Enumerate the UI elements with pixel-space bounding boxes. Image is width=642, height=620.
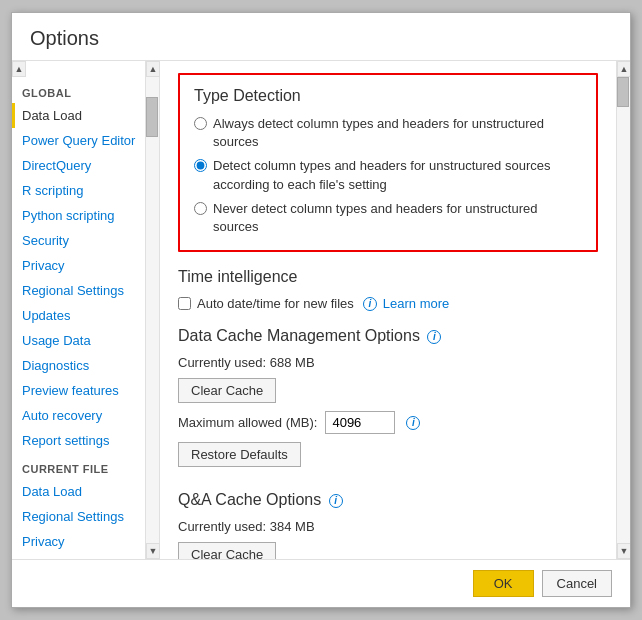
radio-always[interactable] xyxy=(194,117,207,130)
data-cache-used: Currently used: 688 MB xyxy=(178,355,598,370)
sidebar-item-cf-data-load[interactable]: Data Load xyxy=(12,479,145,504)
options-dialog: Options ▲ GLOBAL Data Load Power Query E… xyxy=(11,12,631,608)
sidebar-scroll-up[interactable]: ▲ xyxy=(12,61,26,77)
type-detection-section: Type Detection Always detect column type… xyxy=(178,73,598,252)
type-detection-options: Always detect column types and headers f… xyxy=(194,115,582,236)
sidebar-item-data-load[interactable]: Data Load xyxy=(12,103,145,128)
type-detection-option-per-file[interactable]: Detect column types and headers for unst… xyxy=(194,157,582,193)
ok-button[interactable]: OK xyxy=(473,570,534,597)
time-intelligence-section: Time intelligence Auto date/time for new… xyxy=(178,268,598,311)
auto-datetime-row: Auto date/time for new files i Learn mor… xyxy=(178,296,598,311)
dialog-footer: OK Cancel xyxy=(12,559,630,607)
auto-datetime-checkbox[interactable] xyxy=(178,297,191,310)
data-cache-clear-button[interactable]: Clear Cache xyxy=(178,378,276,403)
sidebar-item-cf-privacy[interactable]: Privacy xyxy=(12,529,145,554)
sidebar-sb-up[interactable]: ▲ xyxy=(146,61,160,77)
qa-cache-title: Q&A Cache Options i xyxy=(178,491,598,509)
data-cache-info-icon: i xyxy=(427,330,441,344)
auto-datetime-label: Auto date/time for new files xyxy=(197,296,354,311)
data-cache-title: Data Cache Management Options i xyxy=(178,327,598,345)
learn-more-link[interactable]: Learn more xyxy=(383,296,449,311)
sidebar-item-usage-data[interactable]: Usage Data xyxy=(12,328,145,353)
sidebar-scroll-thumb[interactable] xyxy=(146,97,158,137)
qa-cache-section: Q&A Cache Options i Currently used: 384 … xyxy=(178,491,598,559)
qa-cache-clear-button[interactable]: Clear Cache xyxy=(178,542,276,559)
main-sb-up[interactable]: ▲ xyxy=(617,61,630,77)
main-sb-down[interactable]: ▼ xyxy=(617,543,630,559)
main-wrapper: Type Detection Always detect column type… xyxy=(160,61,630,559)
data-cache-max-row: Maximum allowed (MB): i xyxy=(178,411,598,434)
time-intelligence-title: Time intelligence xyxy=(178,268,598,286)
type-detection-option-never[interactable]: Never detect column types and headers fo… xyxy=(194,200,582,236)
sidebar-item-cf-regional-settings[interactable]: Regional Settings xyxy=(12,504,145,529)
sidebar-sb-down[interactable]: ▼ xyxy=(146,543,160,559)
cancel-button[interactable]: Cancel xyxy=(542,570,612,597)
data-cache-restore-button[interactable]: Restore Defaults xyxy=(178,442,301,467)
sidebar-item-security[interactable]: Security xyxy=(12,228,145,253)
dialog-title: Options xyxy=(12,13,630,61)
sidebar-item-power-query-editor[interactable]: Power Query Editor xyxy=(12,128,145,153)
type-detection-title: Type Detection xyxy=(194,87,582,105)
data-cache-max-info-icon: i xyxy=(406,416,420,430)
radio-per-file[interactable] xyxy=(194,159,207,172)
sidebar-item-auto-recovery[interactable]: Auto recovery xyxy=(12,403,145,428)
current-file-section-label: CURRENT FILE xyxy=(12,453,145,479)
main-content: Type Detection Always detect column type… xyxy=(160,61,616,559)
main-scroll-thumb[interactable] xyxy=(617,77,629,107)
sidebar-item-cf-auto-recovery[interactable]: Auto recovery xyxy=(12,554,145,559)
auto-datetime-info-icon: i xyxy=(363,297,377,311)
sidebar-item-python-scripting[interactable]: Python scripting xyxy=(12,203,145,228)
global-section-label: GLOBAL xyxy=(12,77,145,103)
sidebar-scrollbar: ▲ ▼ xyxy=(145,61,159,559)
data-cache-max-input[interactable] xyxy=(325,411,395,434)
radio-never[interactable] xyxy=(194,202,207,215)
qa-cache-used: Currently used: 384 MB xyxy=(178,519,598,534)
sidebar-item-regional-settings[interactable]: Regional Settings xyxy=(12,278,145,303)
main-scrollbar: ▲ ▼ xyxy=(616,61,630,559)
sidebar-item-r-scripting[interactable]: R scripting xyxy=(12,178,145,203)
qa-cache-info-icon: i xyxy=(329,494,343,508)
dialog-body: ▲ GLOBAL Data Load Power Query Editor Di… xyxy=(12,61,630,559)
sidebar-item-report-settings[interactable]: Report settings xyxy=(12,428,145,453)
sidebar-item-direct-query[interactable]: DirectQuery xyxy=(12,153,145,178)
sidebar-list: ▲ GLOBAL Data Load Power Query Editor Di… xyxy=(12,61,145,559)
sidebar-item-updates[interactable]: Updates xyxy=(12,303,145,328)
sidebar-item-privacy[interactable]: Privacy xyxy=(12,253,145,278)
sidebar-item-preview-features[interactable]: Preview features xyxy=(12,378,145,403)
sidebar-item-diagnostics[interactable]: Diagnostics xyxy=(12,353,145,378)
sidebar-wrapper: ▲ GLOBAL Data Load Power Query Editor Di… xyxy=(12,61,160,559)
data-cache-section: Data Cache Management Options i Currentl… xyxy=(178,327,598,475)
type-detection-option-always[interactable]: Always detect column types and headers f… xyxy=(194,115,582,151)
